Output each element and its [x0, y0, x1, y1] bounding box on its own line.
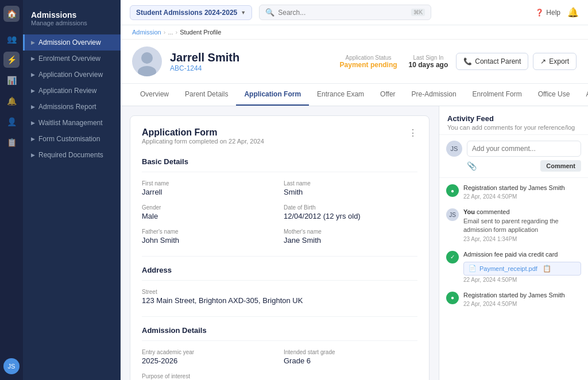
- user-avatar-small[interactable]: JS: [3, 358, 20, 374]
- dob-label: Date of Birth: [284, 204, 417, 211]
- sidebar-item-label: Application Overview: [38, 71, 103, 79]
- feed-attachment[interactable]: 📄 Payment_receipt.pdf 📋: [463, 262, 581, 276]
- purpose-field: Purpose of interest Admission for child …: [142, 373, 417, 380]
- tab-offer[interactable]: Offer: [372, 84, 403, 106]
- contact-parent-button[interactable]: 📞 Contact Parent: [456, 53, 528, 70]
- last-signin-value: 10 days ago: [409, 61, 448, 69]
- sidebar-title: Admissions: [31, 10, 113, 20]
- last-name-label: Last name: [284, 180, 417, 187]
- tab-office-use[interactable]: Office Use: [530, 84, 578, 106]
- student-info: Jarrell Smith ABC-1244: [170, 51, 332, 72]
- form-card-header: Application Form Applicating form comple…: [142, 127, 417, 155]
- export-icon: ↗: [540, 57, 546, 65]
- tab-entrance-exam[interactable]: Entrance Exam: [309, 84, 372, 106]
- entry-year-label: Entry academic year: [142, 349, 276, 355]
- search-bar[interactable]: 🔍 ⌘K: [259, 5, 431, 20]
- nav-notifications-icon[interactable]: 🔔: [3, 93, 20, 109]
- sidebar-item-admission-overview[interactable]: ▶ Admission Overview: [23, 34, 121, 51]
- form-options-menu-icon[interactable]: ⋮: [408, 127, 417, 138]
- sidebar-item-label: Form Customisation: [38, 135, 100, 143]
- entry-grade-grid: Entry academic year 2025-2026 Intended s…: [142, 349, 417, 365]
- topbar: Student Admissions 2024-2025 ▼ 🔍 ⌘K ❓ He…: [121, 0, 588, 25]
- nav-analytics-icon[interactable]: 📊: [3, 72, 20, 88]
- first-name-field: First name Jarrell: [142, 180, 276, 196]
- nav-reports-icon[interactable]: 📋: [3, 134, 20, 150]
- sidebar-item-label: Application Review: [38, 87, 96, 95]
- breadcrumb-sep2: ›: [176, 29, 178, 36]
- sidebar-item-waitlist-management[interactable]: ▶ Waitlist Management: [23, 115, 121, 131]
- sidebar-item-enrolment-overview[interactable]: ▶ Enrolment Overview: [23, 51, 121, 67]
- feed-item-text: Admission fee paid via credit card: [463, 250, 581, 259]
- chevron-right-icon: ▶: [31, 88, 35, 94]
- last-name-field: Last name Smith: [284, 180, 417, 196]
- nav-active-icon[interactable]: ⚡: [3, 52, 20, 68]
- basic-details-title: Basic Details: [142, 157, 417, 172]
- gender-dob-grid: Gender Male Date of Birth 12/04/2012 (12…: [142, 204, 417, 220]
- basic-details-section: Basic Details First name Jarrell Last na…: [142, 157, 417, 245]
- nav-profile-icon[interactable]: 👤: [3, 114, 20, 130]
- comment-input[interactable]: [467, 141, 581, 157]
- comment-submit-button[interactable]: Comment: [540, 160, 581, 172]
- tab-parent-details[interactable]: Parent Details: [177, 84, 236, 106]
- feed-dot-green: ●: [446, 292, 459, 304]
- app-logo-icon[interactable]: 🏠: [3, 6, 20, 22]
- sidebar-item-form-customisation[interactable]: ▶ Form Customisation: [23, 131, 121, 147]
- search-shortcut: ⌘K: [411, 9, 425, 16]
- tab-overview[interactable]: Overview: [132, 84, 177, 106]
- mother-name-label: Mother's name: [284, 228, 417, 235]
- sidebar-item-label: Required Documents: [38, 151, 103, 159]
- entry-year-value: 2025-2026: [142, 356, 276, 365]
- session-selector[interactable]: Student Admissions 2024-2025 ▼: [130, 5, 252, 20]
- sidebar-item-admissions-report[interactable]: ▶ Admissions Report: [23, 99, 121, 115]
- street-label: Street: [142, 289, 417, 295]
- sidebar-item-label: Enrolment Overview: [38, 55, 100, 63]
- tab-application-form[interactable]: Application Form: [236, 84, 309, 106]
- sidebar-item-application-overview[interactable]: ▶ Application Overview: [23, 67, 121, 83]
- chevron-down-icon: ▼: [241, 10, 246, 15]
- form-main: Application Form Applicating form comple…: [121, 106, 439, 380]
- gender-field: Gender Male: [142, 204, 276, 220]
- tab-activities[interactable]: Activities: [578, 84, 588, 106]
- copy-icon[interactable]: 📋: [543, 265, 551, 273]
- feed-item-text: Registration started by James Smith: [463, 291, 581, 300]
- sidebar-header: Admissions Manage admissions: [23, 6, 121, 34]
- session-label: Student Admissions 2024-2025: [136, 9, 237, 17]
- father-name-value: John Smith: [142, 236, 276, 245]
- tab-enrolment-form[interactable]: Enrolment Form: [465, 84, 530, 106]
- profile-header: Jarrell Smith ABC-1244 Application Statu…: [121, 40, 588, 84]
- comment-box: JS 📎 Comment: [439, 135, 588, 178]
- first-name-label: First name: [142, 180, 276, 187]
- sidebar-item-application-review[interactable]: ▶ Application Review: [23, 83, 121, 99]
- feed-item: ● Registration started by James Smith 22…: [446, 184, 581, 200]
- nav-dashboard-icon[interactable]: 👥: [3, 31, 20, 47]
- mother-name-field: Mother's name Jane Smith: [284, 228, 417, 245]
- form-card: Application Form Applicating form comple…: [130, 115, 430, 380]
- help-icon: ❓: [535, 9, 544, 17]
- purpose-label: Purpose of interest: [142, 373, 417, 379]
- feed-dot-green: ✓: [446, 251, 459, 263]
- student-id: ABC-1244: [170, 64, 332, 72]
- notifications-bell-icon[interactable]: 🔔: [567, 7, 579, 18]
- search-input[interactable]: [278, 9, 407, 17]
- application-status-label: Application Status: [340, 55, 397, 61]
- admission-details-section: Admission Details Entry academic year 20…: [142, 326, 417, 380]
- help-button[interactable]: ❓ Help: [535, 9, 560, 17]
- feed-item-time: 22 Apr, 2024 4:50PM: [463, 301, 581, 307]
- parents-grid: Father's name John Smith Mother's name J…: [142, 228, 417, 245]
- feed-item: ● Registration started by James Smith 22…: [446, 291, 581, 307]
- tabs-bar: Overview Parent Details Application Form…: [121, 84, 588, 106]
- breadcrumb-admission[interactable]: Admission: [132, 29, 161, 36]
- commenter-avatar: JS: [446, 141, 462, 157]
- last-signin-label: Last Sign In: [409, 55, 448, 61]
- feed-dot-green: ●: [446, 184, 459, 197]
- start-grade-field: Intended start grade Grade 6: [284, 349, 417, 365]
- attachment-icon[interactable]: 📎: [467, 161, 477, 170]
- export-button[interactable]: ↗ Export: [533, 53, 577, 70]
- feed-action: commented: [477, 208, 509, 215]
- feed-item-time: 23 Apr, 2024 1:34PM: [463, 236, 581, 242]
- feed-item-content: Admission fee paid via credit card 📄 Pay…: [463, 250, 581, 283]
- sidebar-item-required-documents[interactable]: ▶ Required Documents: [23, 147, 121, 163]
- tab-pre-admission[interactable]: Pre-Admission: [404, 84, 465, 106]
- dob-value: 12/04/2012 (12 yrs old): [284, 212, 417, 220]
- content-area: Application Form Applicating form comple…: [121, 106, 588, 380]
